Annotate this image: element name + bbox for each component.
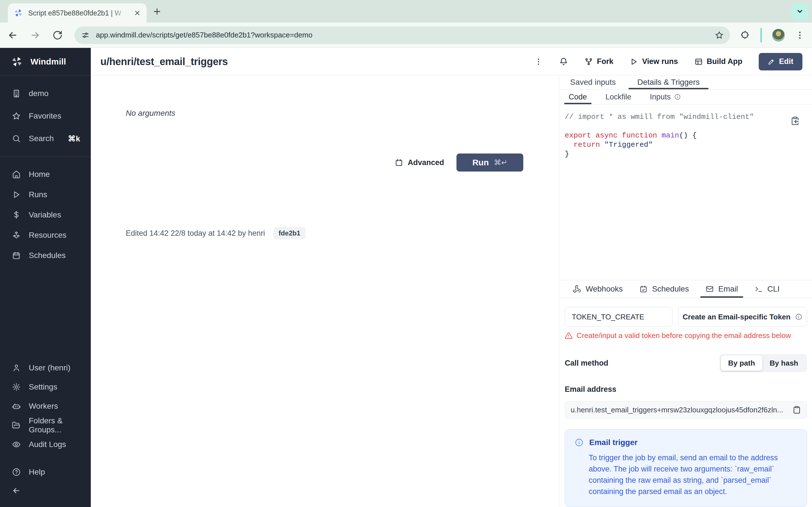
create-email-token-button[interactable]: Create an Email-specific Token [678,307,807,327]
sidebar-item-label: Settings [29,383,57,392]
home-icon [12,170,21,179]
site-info-icon[interactable] [81,31,90,40]
browser-menu-icon[interactable] [795,31,805,40]
toggle-by-hash[interactable]: By hash [762,355,806,371]
email-address-field[interactable]: u.henri.test_email_triggers+mrsw23zlouxg… [565,401,807,418]
version-badge[interactable]: fde2b1 [273,227,305,239]
sidebar-item-workspace[interactable]: demo [0,82,91,105]
sidebar-collapse[interactable] [0,482,91,500]
code-subtabs: Code Lockfile Inputs [559,90,812,105]
copy-email-icon[interactable] [793,406,801,414]
token-warning-text: Create/input a valid token before copyin… [576,331,791,340]
copy-code-icon[interactable] [791,116,800,125]
sidebar-item-help[interactable]: Help [0,462,91,482]
code-token: return [573,140,604,149]
mail-icon [705,285,714,293]
more-options-icon[interactable] [534,57,543,66]
code-token: () { [679,131,697,140]
advanced-button[interactable]: Advanced [395,158,444,167]
edit-button[interactable]: Edit [759,53,802,70]
sidebar-item-favorites[interactable]: Favorites [0,105,91,127]
tab-lockfile[interactable]: Lockfile [606,90,631,105]
view-runs-button[interactable]: View runs [629,57,678,66]
code-token: export [565,131,596,140]
reload-icon[interactable] [52,30,63,40]
code-editor[interactable]: // import * as wmill from "windmill-clie… [559,105,812,159]
create-email-token-label: Create an Email-specific Token [682,313,790,321]
tab-cli[interactable]: CLI [751,280,784,298]
fork-button[interactable]: Fork [585,57,613,66]
call-method-toggle: By path By hash [719,354,807,372]
tab-webhooks[interactable]: Webhooks [569,280,627,298]
tab-webhooks-label: Webhooks [586,284,623,293]
tab-title: Script e857be88e0fde2b1 | W [28,9,129,17]
windmill-logo-icon [11,55,23,68]
code-token: function [622,131,661,140]
run-label: Run [472,158,489,167]
sidebar-item-search[interactable]: Search ⌘k [0,127,91,150]
profile-avatar[interactable] [772,29,785,42]
bookmark-star-icon[interactable] [715,31,724,40]
code-token: main [661,131,679,140]
warning-triangle-icon [565,332,573,340]
back-icon[interactable] [7,30,18,41]
tab-close-icon[interactable] [134,9,141,17]
tab-trigger-schedules[interactable]: Schedules [635,280,693,298]
tab-details-triggers[interactable]: Details & Triggers [627,75,710,89]
sidebar-item-resources[interactable]: Resources [0,225,91,245]
sidebar-item-label: Folders & Groups... [29,416,91,434]
info-box-body: To trigger the job by email, send an ema… [589,452,790,497]
help-icon [12,467,21,476]
chrome-chevron-down-icon[interactable] [792,3,808,19]
trigger-tabs: Webhooks Schedules Email [559,280,812,298]
run-shortcut: ⌘↵ [494,158,507,167]
toggle-by-path[interactable]: By path [721,355,762,371]
sidebar-item-label: Search [29,134,54,143]
sidebar-item-label: demo [29,89,49,98]
details-pane: Saved inputs Details & Triggers Code Loc… [559,75,812,507]
sidebar-item-workers[interactable]: Workers [0,397,91,416]
tab-email[interactable]: Email [702,280,742,298]
sidebar-item-user[interactable]: User (henri) [0,358,91,378]
brand-row[interactable]: Windmill [0,48,91,75]
url-text[interactable]: app.windmill.dev/scripts/get/e857be88e0f… [96,31,709,40]
info-icon [795,313,802,321]
sidebar-item-variables[interactable]: Variables [0,205,91,225]
bell-icon[interactable] [559,57,568,66]
extensions-puzzle-icon[interactable] [741,31,750,40]
no-arguments-text: No arguments [126,109,175,118]
script-header: u/henri/test_email_triggers Fork [91,48,812,75]
calendar-icon [395,158,403,167]
play-outline-icon [629,57,638,66]
sidebar-item-runs[interactable]: Runs [0,184,91,205]
tab-cli-label: CLI [767,284,780,293]
sidebar-item-audit-logs[interactable]: Audit Logs [0,435,91,454]
new-tab-icon[interactable] [152,7,162,16]
email-trigger-section: Create an Email-specific Token Create/in… [559,298,812,507]
sidebar-item-settings[interactable]: Settings [0,378,91,397]
user-icon [12,363,21,372]
browser-tab[interactable]: Script e857be88e0fde2b1 | W [8,3,147,22]
robot-icon [12,402,21,411]
token-warning: Create/input a valid token before copyin… [565,331,807,340]
info-circle-icon [574,438,583,447]
toolbar-divider [760,28,762,43]
building-icon [12,89,21,98]
git-fork-icon [585,57,593,66]
sidebar-item-folders[interactable]: Folders & Groups... [0,416,91,435]
tab-code[interactable]: Code [569,90,587,105]
build-app-button[interactable]: Build App [695,57,742,66]
sidebar-item-schedules[interactable]: Schedules [0,245,91,266]
webhook-icon [573,285,581,293]
fork-label: Fork [597,57,613,66]
forward-icon[interactable] [30,30,41,41]
folder-open-icon [12,421,21,430]
sidebar-item-home[interactable]: Home [0,164,91,184]
tab-inputs[interactable]: Inputs [650,90,681,105]
run-button[interactable]: Run ⌘↵ [456,154,523,172]
eye-icon [12,440,21,449]
code-token: // import * as wmill from "windmill-clie… [565,113,754,121]
tab-saved-inputs[interactable]: Saved inputs [559,75,627,89]
url-bar[interactable]: app.windmill.dev/scripts/get/e857be88e0f… [74,26,730,44]
token-input[interactable] [565,307,672,327]
